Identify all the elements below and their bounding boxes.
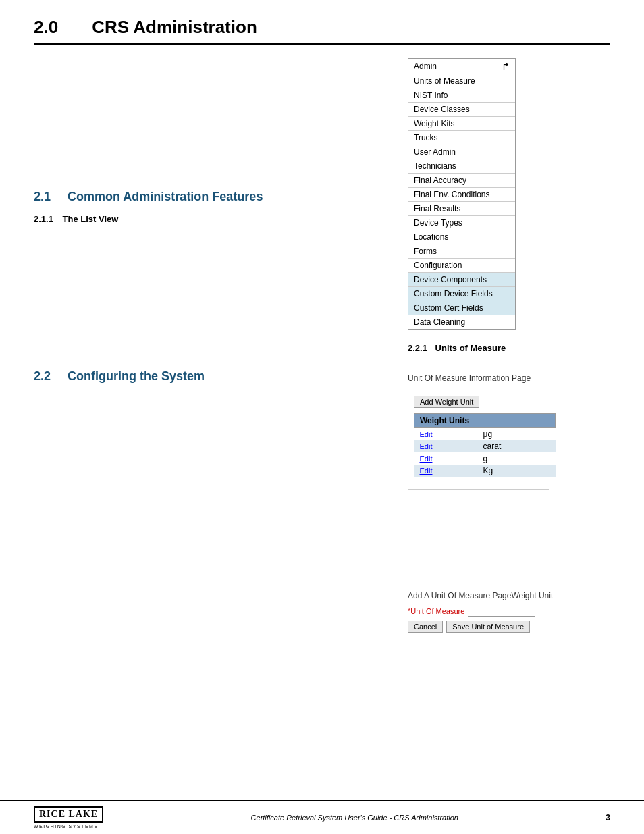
section-number: 2.0 bbox=[34, 17, 58, 38]
section-221-container: 2.2.1 Units of Measure bbox=[408, 343, 610, 353]
page-footer: RICE LAKE WEIGHING SYSTEMS Certificate R… bbox=[0, 800, 644, 834]
admin-menu: Admin ↱ Units of Measure NIST Info Devic… bbox=[408, 58, 516, 330]
add-weight-unit-area: Add Weight Unit Weight Units Edit μg bbox=[408, 390, 549, 490]
uom-info-block: Unit Of Measure Information Page Add Wei… bbox=[408, 373, 610, 490]
menu-item-custom-device-fields[interactable]: Custom Device Fields bbox=[408, 287, 515, 301]
uom-form-label: *Unit Of Measure bbox=[408, 607, 464, 615]
section-21-title: Common Administration Features bbox=[68, 190, 263, 204]
uom-page-title: Unit Of Measure Information Page bbox=[408, 373, 610, 383]
menu-item-forms[interactable]: Forms bbox=[408, 244, 515, 259]
edit-link-3[interactable]: Edit bbox=[420, 454, 433, 463]
page-header: 2.0 CRS Administration bbox=[0, 0, 644, 43]
footer-center-text: Certificate Retrieval System User's Guid… bbox=[103, 814, 606, 822]
menu-item-admin[interactable]: Admin ↱ bbox=[408, 59, 515, 74]
uom-form-row: *Unit Of Measure bbox=[408, 606, 610, 617]
section-22: 2.2 Configuring the System bbox=[34, 359, 387, 387]
weight-unit-value-1: μg bbox=[478, 428, 556, 441]
section-22-number: 2.2 bbox=[34, 369, 51, 384]
menu-item-final-env-conditions[interactable]: Final Env. Conditions bbox=[408, 188, 515, 202]
weight-unit-value-4: Kg bbox=[478, 465, 556, 477]
main-content: 2.1 Common Administration Features 2.1.1… bbox=[0, 45, 644, 638]
section-21: 2.1 Common Administration Features 2.1.1… bbox=[34, 180, 387, 224]
menu-item-device-classes[interactable]: Device Classes bbox=[408, 103, 515, 117]
table-row: Edit μg bbox=[414, 428, 556, 441]
weight-units-table: Weight Units Edit μg Edit carat bbox=[414, 413, 556, 477]
edit-link-2[interactable]: Edit bbox=[420, 442, 433, 450]
section-211-title: The List View bbox=[63, 214, 119, 224]
table-header-weight-units: Weight Units bbox=[414, 414, 556, 428]
cursor-icon: ↱ bbox=[502, 61, 510, 72]
unit-of-measure-input[interactable] bbox=[468, 606, 535, 617]
section-22-title: Configuring the System bbox=[68, 369, 205, 384]
weight-unit-value-2: carat bbox=[478, 440, 556, 452]
menu-item-device-types[interactable]: Device Types bbox=[408, 216, 515, 230]
right-column: Admin ↱ Units of Measure NIST Info Devic… bbox=[408, 45, 610, 638]
menu-item-nist-info[interactable]: NIST Info bbox=[408, 88, 515, 103]
footer-page-number: 3 bbox=[606, 813, 610, 823]
weight-unit-value-3: g bbox=[478, 452, 556, 465]
menu-item-custom-cert-fields[interactable]: Custom Cert Fields bbox=[408, 301, 515, 315]
cancel-button[interactable]: Cancel bbox=[408, 621, 443, 633]
section-221-title: Units of Measure bbox=[435, 343, 506, 353]
menu-item-user-admin[interactable]: User Admin bbox=[408, 145, 515, 159]
section-21-number: 2.1 bbox=[34, 190, 51, 204]
section-221-number: 2.2.1 bbox=[408, 343, 427, 353]
logo-subtitle: WEIGHING SYSTEMS bbox=[34, 824, 99, 829]
menu-item-final-accuracy[interactable]: Final Accuracy bbox=[408, 174, 515, 188]
menu-item-admin-label: Admin bbox=[414, 61, 437, 71]
page-title: CRS Administration bbox=[92, 17, 257, 38]
logo-text: RICE LAKE bbox=[34, 806, 103, 823]
left-column: 2.1 Common Administration Features 2.1.1… bbox=[34, 45, 408, 638]
menu-item-final-results[interactable]: Final Results bbox=[408, 202, 515, 216]
footer-logo: RICE LAKE WEIGHING SYSTEMS bbox=[34, 806, 103, 829]
menu-item-device-components[interactable]: Device Components bbox=[408, 273, 515, 287]
section-211-number: 2.1.1 bbox=[34, 214, 53, 224]
menu-item-data-cleaning[interactable]: Data Cleaning bbox=[408, 315, 515, 329]
menu-item-technicians[interactable]: Technicians bbox=[408, 159, 515, 174]
menu-item-trucks[interactable]: Trucks bbox=[408, 131, 515, 145]
table-row: Edit carat bbox=[414, 440, 556, 452]
section-211: 2.1.1 The List View bbox=[34, 214, 387, 224]
table-row: Edit g bbox=[414, 452, 556, 465]
save-unit-of-measure-button[interactable]: Save Unit of Measure bbox=[446, 621, 530, 633]
page-container: 2.0 CRS Administration 2.1 Common Admini… bbox=[0, 0, 644, 834]
menu-item-weight-kits[interactable]: Weight Kits bbox=[408, 117, 515, 131]
edit-link-4[interactable]: Edit bbox=[420, 467, 433, 475]
add-weight-unit-button[interactable]: Add Weight Unit bbox=[414, 396, 479, 408]
add-uom-form: Add A Unit Of Measure PageWeight Unit *U… bbox=[408, 591, 610, 638]
menu-item-configuration[interactable]: Configuration bbox=[408, 259, 515, 273]
menu-item-locations[interactable]: Locations bbox=[408, 230, 515, 244]
add-uom-form-title: Add A Unit Of Measure PageWeight Unit bbox=[408, 591, 610, 600]
edit-link-1[interactable]: Edit bbox=[420, 430, 433, 438]
form-buttons: Cancel Save Unit of Measure bbox=[408, 621, 610, 638]
menu-item-units-of-measure[interactable]: Units of Measure bbox=[408, 74, 515, 88]
table-row: Edit Kg bbox=[414, 465, 556, 477]
